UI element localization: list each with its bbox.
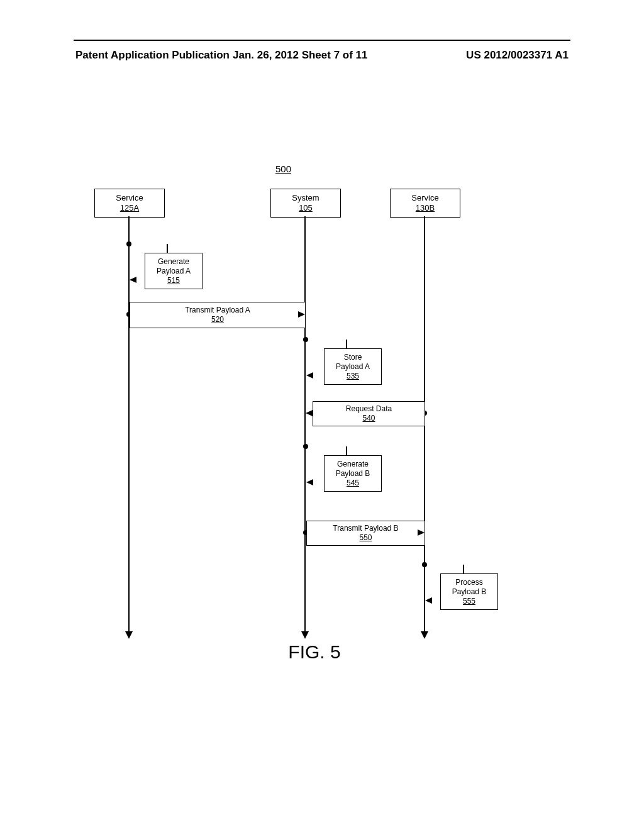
step-ref: 555 (463, 597, 475, 606)
step-label: Request Data (346, 404, 392, 414)
lifeline-title: Service (411, 194, 438, 202)
lifeline-box-service-130b: Service 130B (390, 189, 460, 218)
connector-dot-icon (303, 444, 308, 449)
step-label: Payload A (157, 267, 191, 276)
step-label: Transmit Payload B (333, 524, 398, 533)
connector-line (346, 446, 347, 455)
step-store-payload-a: Store Payload A 535 (324, 348, 382, 385)
arrow-right-icon (298, 311, 305, 318)
step-ref: 515 (167, 276, 180, 285)
page: Patent Application Publication Jan. 26, … (0, 0, 644, 830)
connector-line (346, 340, 347, 348)
arrow-left-icon (306, 479, 313, 485)
step-ref: 540 (362, 414, 375, 423)
connector-dot-icon (422, 562, 427, 567)
lifeline-title: System (292, 194, 319, 202)
step-ref: 535 (347, 372, 359, 381)
step-label: Generate (337, 460, 369, 469)
sequence-diagram: 500 Service 125A System 105 Service 130B… (75, 163, 553, 660)
lifeline-title: Service (116, 194, 143, 202)
connector-line (463, 565, 464, 573)
figure-label: FIG. 5 (75, 641, 553, 663)
arrow-left-icon (306, 372, 313, 379)
arrow-down-icon (125, 631, 133, 639)
connector-dot-icon (126, 241, 131, 246)
lifeline-line-105 (304, 216, 306, 631)
step-process-payload-b: Process Payload B 555 (440, 573, 498, 610)
connector-line (167, 244, 168, 253)
step-ref: 550 (359, 533, 372, 543)
step-generate-payload-b: Generate Payload B 545 (324, 455, 382, 492)
step-label: Store (344, 353, 362, 362)
step-transmit-payload-a: Transmit Payload A 520 (130, 302, 306, 328)
step-label: Payload B (336, 469, 370, 479)
step-ref: 520 (211, 315, 224, 324)
step-label: Process (455, 578, 482, 587)
step-transmit-payload-b: Transmit Payload B 550 (306, 521, 425, 546)
header-mid: Jan. 26, 2012 Sheet 7 of 11 (233, 49, 368, 62)
lifeline-ref: 105 (299, 203, 313, 213)
lifeline-ref: 130B (416, 203, 435, 213)
arrow-down-icon (421, 631, 428, 639)
header-right: US 2012/0023371 A1 (466, 49, 569, 62)
arrow-down-icon (301, 631, 309, 639)
header-left: Patent Application Publication (75, 49, 230, 62)
step-label: Transmit Payload A (185, 306, 250, 315)
arrow-left-icon (425, 597, 432, 604)
header-rule (74, 40, 570, 41)
arrow-right-icon (418, 529, 425, 536)
lifeline-box-service-125a: Service 125A (94, 189, 165, 218)
step-request-data: Request Data 540 (313, 401, 425, 426)
step-generate-payload-a: Generate Payload A 515 (145, 253, 203, 289)
lifeline-ref: 125A (120, 203, 139, 213)
lifeline-box-system-105: System 105 (270, 189, 341, 218)
diagram-ref: 500 (275, 163, 291, 174)
step-label: Generate (158, 257, 189, 267)
step-label: Payload A (336, 362, 370, 372)
arrow-left-icon (306, 410, 313, 416)
step-ref: 545 (347, 479, 359, 488)
connector-dot-icon (303, 337, 308, 342)
step-label: Payload B (452, 587, 487, 597)
arrow-left-icon (130, 277, 136, 283)
